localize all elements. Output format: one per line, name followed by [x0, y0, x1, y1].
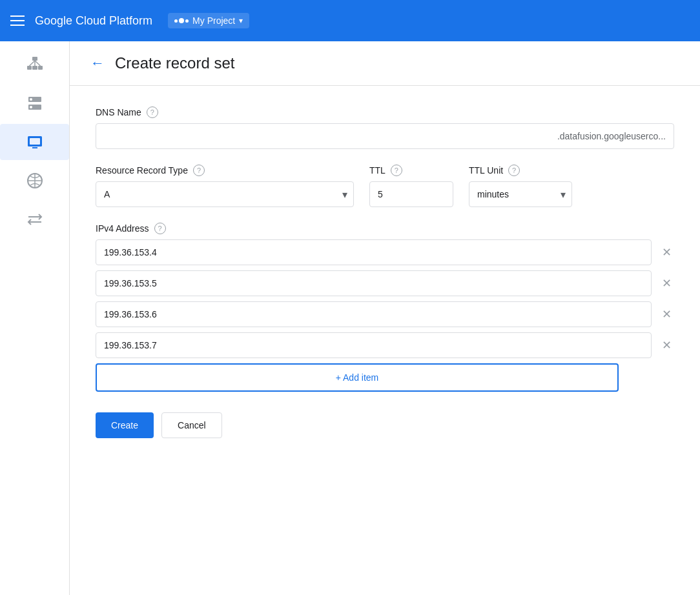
transfer-icon: [25, 209, 45, 230]
dns-name-input-wrapper: [96, 123, 674, 149]
topbar: Google Cloud Platform My Project ▾: [0, 0, 700, 41]
ipv4-row-2: ✕: [96, 270, 674, 296]
ipv4-input-2[interactable]: [96, 270, 652, 296]
menu-button[interactable]: [10, 15, 25, 26]
back-arrow-icon: ←: [90, 55, 105, 72]
create-button[interactable]: Create: [96, 412, 154, 438]
page-title: Create record set: [115, 54, 234, 72]
dns-icon: [25, 93, 45, 114]
sidebar-item-compute[interactable]: [0, 124, 69, 160]
ipv4-label: IPv4 Address ?: [96, 223, 674, 234]
topbar-logo: Google Cloud Platform: [35, 14, 152, 28]
svg-rect-3: [38, 66, 43, 70]
traffic-icon: [25, 170, 45, 191]
app-title: Google Cloud Platform: [35, 14, 152, 28]
chevron-down-icon: ▾: [239, 16, 243, 25]
page-header: ← Create record set: [70, 41, 700, 86]
dns-name-input[interactable]: [96, 123, 674, 149]
ttl-unit-label: TTL Unit ?: [469, 165, 572, 176]
form: DNS Name ? Resource Record Type ?: [70, 86, 700, 459]
sidebar-item-traffic[interactable]: [0, 163, 69, 199]
ttl-unit-select-wrapper: seconds minutes hours days ▾: [469, 181, 572, 207]
rrt-label: Resource Record Type ?: [96, 165, 354, 176]
svg-line-6: [35, 61, 41, 66]
sidebar-item-dns[interactable]: [0, 85, 69, 121]
rrt-help-icon[interactable]: ?: [193, 165, 205, 176]
rrt-ttl-row: Resource Record Type ? A AAAA CNAME MX N…: [96, 165, 674, 207]
ipv4-help-icon[interactable]: ?: [154, 223, 166, 234]
svg-rect-13: [32, 147, 37, 148]
ipv4-input-1[interactable]: [96, 239, 652, 265]
add-item-button[interactable]: + Add item: [96, 363, 619, 392]
ttl-unit-help-icon[interactable]: ?: [508, 165, 520, 176]
project-name: My Project: [192, 15, 235, 26]
ipv4-row-1: ✕: [96, 239, 674, 265]
project-selector[interactable]: My Project ▾: [168, 13, 249, 28]
ttl-field-group: TTL ?: [369, 165, 453, 207]
project-icon: [174, 18, 189, 23]
dns-name-help-icon[interactable]: ?: [147, 106, 158, 118]
sidebar: [0, 41, 70, 595]
ipv4-row-4: ✕: [96, 332, 674, 358]
ttl-help-icon[interactable]: ?: [391, 165, 402, 176]
remove-ipv4-3-button[interactable]: ✕: [659, 305, 674, 324]
ttl-unit-select[interactable]: seconds minutes hours days: [469, 181, 572, 207]
remove-ipv4-2-button[interactable]: ✕: [659, 274, 674, 293]
rrt-select[interactable]: A AAAA CNAME MX NS: [96, 181, 354, 207]
cancel-button[interactable]: Cancel: [161, 412, 222, 438]
ipv4-input-4[interactable]: [96, 332, 652, 358]
ttl-input[interactable]: [369, 181, 453, 207]
svg-line-4: [29, 61, 35, 66]
rrt-field-group: Resource Record Type ? A AAAA CNAME MX N…: [96, 165, 354, 207]
dns-name-field-group: DNS Name ?: [96, 106, 674, 149]
ipv4-field-group: IPv4 Address ? ✕ ✕ ✕: [96, 223, 674, 392]
sidebar-item-transfer[interactable]: [0, 201, 69, 237]
sidebar-item-network-topology[interactable]: [0, 46, 69, 83]
main-content: ← Create record set DNS Name ?: [70, 41, 700, 595]
back-button[interactable]: ←: [90, 55, 105, 72]
add-item-label: + Add item: [336, 372, 379, 383]
svg-point-9: [30, 98, 32, 101]
remove-ipv4-1-button[interactable]: ✕: [659, 243, 674, 262]
compute-icon: [25, 132, 45, 152]
svg-rect-1: [27, 66, 32, 70]
form-actions: Create Cancel: [96, 412, 674, 438]
ipv4-row-3: ✕: [96, 301, 674, 327]
ipv4-input-3[interactable]: [96, 301, 652, 327]
dns-name-label: DNS Name ?: [96, 106, 674, 118]
rrt-select-wrapper: A AAAA CNAME MX NS ▾: [96, 181, 354, 207]
svg-point-10: [30, 106, 32, 108]
ttl-unit-field-group: TTL Unit ? seconds minutes hours days ▾: [469, 165, 572, 207]
svg-rect-0: [32, 57, 37, 61]
network-topology-icon: [25, 54, 45, 75]
ttl-label: TTL ?: [369, 165, 453, 176]
remove-ipv4-4-button[interactable]: ✕: [659, 336, 674, 355]
svg-rect-2: [32, 66, 37, 70]
layout: ← Create record set DNS Name ?: [0, 41, 700, 595]
svg-rect-12: [30, 138, 40, 145]
